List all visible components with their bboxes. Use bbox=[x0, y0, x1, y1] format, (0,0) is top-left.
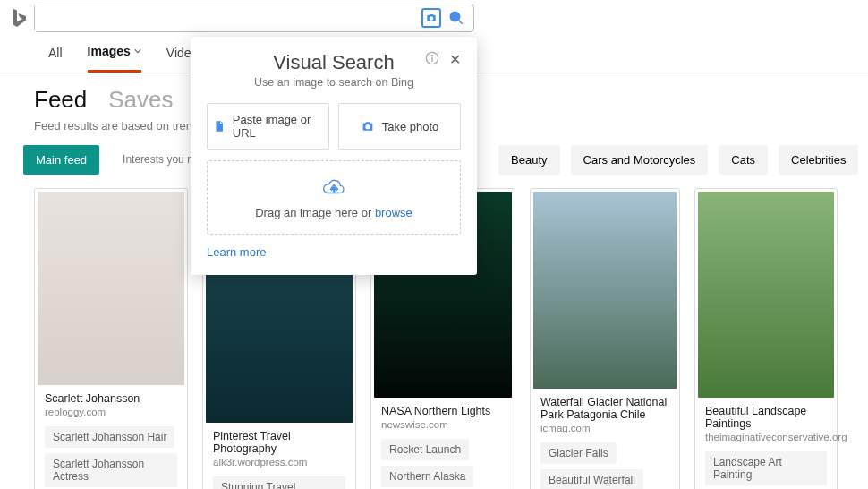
card-title[interactable]: Waterfall Glacier National Park Patagoni… bbox=[540, 396, 669, 421]
dropzone[interactable]: Drag an image here or browse bbox=[207, 160, 461, 235]
paste-image-button[interactable]: Paste image or URL bbox=[207, 103, 329, 150]
paste-image-label: Paste image or URL bbox=[233, 113, 323, 140]
bing-logo-icon[interactable] bbox=[9, 7, 30, 29]
take-photo-label: Take photo bbox=[382, 120, 439, 133]
browse-link[interactable]: browse bbox=[375, 206, 413, 219]
card-source: rebloggy.com bbox=[45, 407, 177, 417]
interest-pill[interactable]: Cats bbox=[719, 145, 768, 175]
card-title[interactable]: Scarlett Johansson bbox=[45, 392, 177, 405]
visual-search-popup: Visual Search Use an image to search on … bbox=[191, 37, 477, 275]
feed-card: Beautiful Landscape Paintingstheimaginat… bbox=[694, 188, 838, 489]
search-box bbox=[34, 4, 474, 32]
svg-point-0 bbox=[450, 12, 460, 21]
search-button[interactable] bbox=[447, 8, 466, 28]
cloud-upload-icon bbox=[322, 177, 345, 197]
close-icon[interactable]: ✕ bbox=[449, 51, 461, 68]
card-title[interactable]: NASA Northern Lights bbox=[381, 405, 505, 417]
svg-line-1 bbox=[458, 20, 463, 24]
card-title[interactable]: Beautiful Landscape Paintings bbox=[705, 405, 827, 430]
document-icon bbox=[213, 119, 226, 133]
learn-more-link[interactable]: Learn more bbox=[207, 245, 461, 259]
card-image[interactable] bbox=[698, 192, 834, 398]
interests-label: Interests you might like bbox=[110, 145, 191, 176]
dropzone-text: Drag an image here or browse bbox=[208, 206, 460, 219]
card-image[interactable] bbox=[533, 192, 677, 389]
take-photo-button[interactable]: Take photo bbox=[338, 103, 461, 150]
related-tag[interactable]: Beautiful Waterfall bbox=[540, 469, 643, 489]
svg-point-3 bbox=[431, 55, 433, 56]
card-source: alk3r.wordpress.com bbox=[213, 457, 345, 468]
card-source: newswise.com bbox=[381, 419, 505, 430]
visual-search-button[interactable] bbox=[421, 8, 441, 28]
svg-rect-4 bbox=[431, 57, 432, 62]
card-source: theimaginativeconservative.org bbox=[705, 432, 827, 442]
popup-subtitle: Use an image to search on Bing bbox=[207, 76, 461, 89]
card-source: icmag.com bbox=[540, 423, 669, 433]
subnav-saves[interactable]: Saves bbox=[108, 86, 173, 114]
subnav-feed[interactable]: Feed bbox=[34, 86, 87, 114]
chevron-down-icon bbox=[134, 47, 141, 55]
search-icon bbox=[448, 10, 464, 26]
camera-icon bbox=[361, 119, 375, 133]
nav-all[interactable]: All bbox=[48, 41, 63, 73]
card-image[interactable] bbox=[38, 192, 184, 385]
related-tag[interactable]: Scarlett Johansson Actress bbox=[45, 453, 177, 487]
camera-icon bbox=[425, 12, 438, 24]
interest-pill[interactable]: Celebrities bbox=[779, 145, 858, 175]
related-tag[interactable]: Glacier Falls bbox=[540, 442, 617, 464]
related-tag[interactable]: Landscape Art Painting bbox=[705, 451, 827, 485]
nav-images[interactable]: Images bbox=[88, 41, 141, 73]
popup-title: Visual Search bbox=[207, 51, 461, 74]
search-input[interactable] bbox=[35, 4, 421, 31]
interest-pill[interactable]: Cars and Motorcycles bbox=[571, 145, 709, 175]
related-tag[interactable]: Scarlett Johansson Hair bbox=[45, 426, 174, 448]
nav-images-label: Images bbox=[88, 44, 131, 58]
related-tag[interactable]: Rocket Launch bbox=[381, 439, 469, 460]
main-feed-button[interactable]: Main feed bbox=[23, 145, 99, 175]
interest-pill[interactable]: Beauty bbox=[498, 145, 559, 175]
feed-card: Scarlett Johanssonrebloggy.comScarlett J… bbox=[34, 188, 188, 489]
info-icon[interactable] bbox=[425, 51, 439, 65]
card-title[interactable]: Pinterest Travel Photography bbox=[213, 430, 345, 455]
related-tag[interactable]: Stunning Travel Photography bbox=[213, 476, 345, 489]
related-tag[interactable]: Northern Alaska bbox=[381, 466, 473, 487]
feed-card: Waterfall Glacier National Park Patagoni… bbox=[530, 188, 680, 489]
